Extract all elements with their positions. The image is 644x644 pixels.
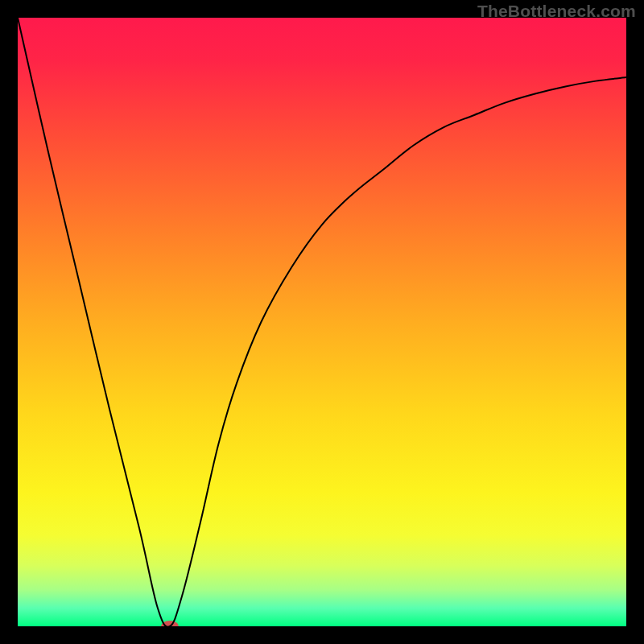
gradient-background xyxy=(18,18,626,626)
plot-area xyxy=(18,18,626,626)
chart-frame: TheBottleneck.com xyxy=(0,0,644,644)
chart-svg xyxy=(18,18,626,626)
watermark-text: TheBottleneck.com xyxy=(477,2,636,21)
